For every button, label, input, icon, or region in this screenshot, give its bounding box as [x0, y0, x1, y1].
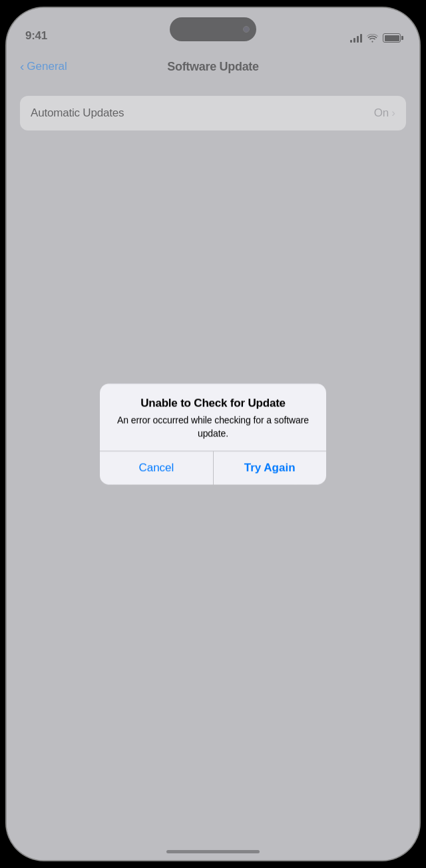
alert-buttons: Cancel Try Again: [100, 451, 326, 485]
phone-frame: 9:41: [7, 8, 419, 860]
screen: 9:41: [7, 8, 419, 860]
home-indicator: [166, 850, 260, 853]
alert-title: Unable to Check for Update: [113, 397, 313, 410]
alert-dialog: Unable to Check for Update An error occu…: [100, 383, 326, 485]
alert-body: Unable to Check for Update An error occu…: [100, 383, 326, 451]
alert-message: An error occurred while checking for a s…: [113, 414, 313, 440]
try-again-button[interactable]: Try Again: [213, 451, 326, 485]
cancel-button[interactable]: Cancel: [100, 451, 213, 485]
